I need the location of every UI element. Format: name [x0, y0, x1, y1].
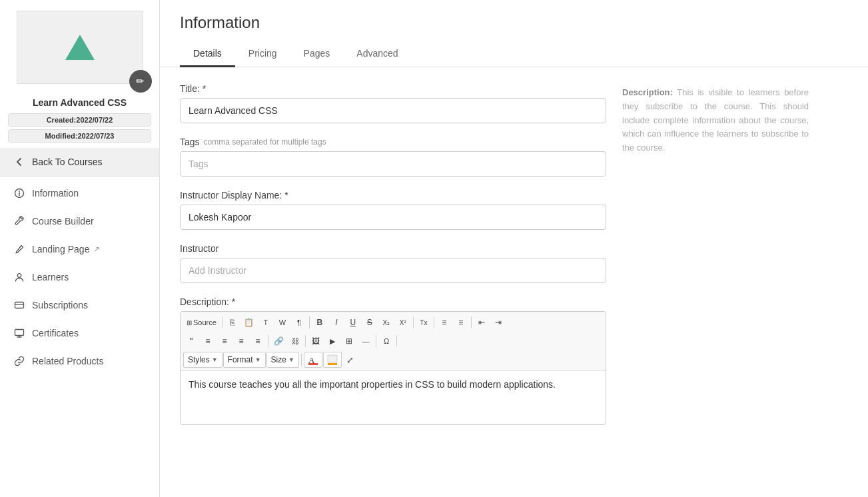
- modified-badge: Modified:2022/07/23: [8, 129, 151, 143]
- title-input[interactable]: [180, 98, 606, 123]
- person-icon: [13, 271, 25, 283]
- size-dropdown[interactable]: Size ▼: [266, 352, 299, 368]
- align-center-button[interactable]: ≡: [217, 333, 232, 349]
- sidebar-item-information[interactable]: Information: [0, 179, 159, 207]
- sidebar: ✏ Learn Advanced CSS Created:2022/07/22 …: [0, 0, 160, 497]
- back-label: Back To Courses: [32, 157, 103, 167]
- form-panel: Title: * Tags comma separated for multip…: [180, 83, 606, 481]
- toolbar-sep: [471, 316, 472, 328]
- svg-point-3: [17, 274, 21, 278]
- format-dropdown[interactable]: Format ▼: [223, 352, 266, 368]
- sidebar-item-course-builder[interactable]: Course Builder: [0, 207, 159, 235]
- sidebar-item-learners[interactable]: Learners: [0, 263, 159, 291]
- main-content: Information Details Pricing Pages Advanc…: [160, 0, 868, 497]
- paste-button[interactable]: 📋: [241, 314, 257, 330]
- thumbnail-triangle: [65, 35, 95, 60]
- tab-pages[interactable]: Pages: [290, 41, 344, 67]
- text-color-button[interactable]: A: [304, 352, 322, 368]
- toolbar-sep: [301, 354, 302, 366]
- format-caret: ▼: [255, 356, 261, 363]
- right-panel: Description: This is visible to learners…: [622, 83, 809, 481]
- superscript-button[interactable]: X²: [395, 314, 411, 330]
- styles-dropdown[interactable]: Styles ▼: [183, 352, 222, 368]
- tags-input[interactable]: [180, 151, 606, 177]
- sidebar-item-subscriptions[interactable]: Subscriptions: [0, 291, 159, 319]
- editor-toolbar: ⊞ Source ⎘ 📋 T W ¶ B I U: [181, 312, 606, 371]
- outdent-button[interactable]: ⇤: [474, 314, 490, 330]
- toolbar-sep: [396, 335, 397, 347]
- tab-advanced[interactable]: Advanced: [343, 41, 411, 67]
- strikethrough-button[interactable]: S: [362, 314, 378, 330]
- align-left-button[interactable]: ≡: [200, 333, 216, 349]
- toolbar-sep: [434, 316, 434, 328]
- description-label: Description: *: [180, 296, 606, 307]
- monitor-icon: [13, 327, 25, 339]
- sidebar-item-label: Landing Page: [32, 244, 89, 254]
- sidebar-item-label: Course Builder: [32, 216, 94, 227]
- table-button[interactable]: ⊞: [341, 333, 357, 349]
- description-hint: Description: This is visible to learners…: [622, 86, 809, 155]
- svg-rect-6: [15, 330, 24, 336]
- copy-button[interactable]: ⎘: [224, 314, 240, 330]
- align-justify-button[interactable]: ≡: [250, 333, 266, 349]
- size-caret: ▼: [288, 356, 294, 363]
- sidebar-course-title: Learn Advanced CSS: [25, 97, 135, 108]
- sidebar-nav: Back To Courses Information Course Build…: [0, 148, 159, 375]
- ordered-list-button[interactable]: ≡: [436, 314, 452, 330]
- card-icon: [13, 299, 25, 311]
- paste-text-button[interactable]: T: [258, 314, 274, 330]
- tags-hint: comma separated for multiple tags: [204, 137, 326, 147]
- sidebar-item-related-products[interactable]: Related Products: [0, 347, 159, 375]
- remove-format-button[interactable]: Tx: [416, 314, 432, 330]
- align-right-button[interactable]: ≡: [233, 333, 249, 349]
- toolbar-sep: [268, 335, 268, 347]
- external-link-icon: ↗: [93, 245, 100, 254]
- tab-pricing[interactable]: Pricing: [235, 41, 290, 67]
- sidebar-item-label: Subscriptions: [32, 300, 88, 310]
- bold-button[interactable]: B: [312, 314, 328, 330]
- italic-button[interactable]: I: [328, 314, 344, 330]
- svg-rect-11: [328, 355, 337, 362]
- special-char-button[interactable]: Ω: [378, 333, 394, 349]
- instructor-name-input[interactable]: [180, 205, 606, 230]
- toolbar-sep: [413, 316, 414, 328]
- unlink-button[interactable]: ⛓: [287, 333, 303, 349]
- toolbar-row-1: ⊞ Source ⎘ 📋 T W ¶ B I U: [183, 314, 603, 333]
- sidebar-item-landing-page[interactable]: Landing Page ↗: [0, 235, 159, 263]
- svg-point-2: [19, 191, 20, 192]
- sidebar-item-certificates[interactable]: Certificates: [0, 319, 159, 347]
- description-editor: ⊞ Source ⎘ 📋 T W ¶ B I U: [180, 311, 606, 425]
- toolbar-sep: [305, 335, 306, 347]
- bg-color-button[interactable]: [323, 352, 342, 368]
- unordered-list-button[interactable]: ≡: [453, 314, 469, 330]
- indent-button[interactable]: ⇥: [490, 314, 506, 330]
- sidebar-item-label: Information: [32, 188, 79, 199]
- created-badge: Created:2022/07/22: [8, 113, 151, 127]
- sidebar-item-label: Related Products: [32, 356, 103, 366]
- course-thumbnail: ✏: [17, 11, 143, 84]
- maximize-button[interactable]: ⤢: [342, 352, 358, 368]
- back-to-courses-button[interactable]: Back To Courses: [0, 148, 159, 177]
- instructor-input[interactable]: [180, 258, 606, 283]
- description-field-group: Description: * ⊞ Source ⎘ 📋 T: [180, 296, 606, 425]
- paste-word-button[interactable]: W: [274, 314, 290, 330]
- toolbar-row-3: Styles ▼ Format ▼ Size ▼: [183, 352, 603, 370]
- image-button[interactable]: 🖼: [308, 333, 324, 349]
- svg-rect-10: [308, 363, 318, 365]
- description-editor-body[interactable]: This course teaches you all the importan…: [181, 371, 606, 424]
- link-button[interactable]: 🔗: [270, 333, 286, 349]
- tabs: Details Pricing Pages Advanced: [180, 41, 848, 67]
- course-meta: Created:2022/07/22 Modified:2022/07/23: [0, 113, 159, 143]
- info-icon: [13, 187, 25, 199]
- hr-button[interactable]: —: [358, 333, 374, 349]
- blockquote-button[interactable]: ": [183, 333, 199, 349]
- subscript-button[interactable]: X₂: [378, 314, 394, 330]
- tab-details[interactable]: Details: [180, 41, 235, 67]
- video-button[interactable]: ▶: [324, 333, 340, 349]
- underline-button[interactable]: U: [345, 314, 361, 330]
- edit-thumbnail-button[interactable]: ✏: [129, 70, 152, 93]
- page-title: Information: [180, 13, 848, 32]
- instructor-label: Instructor: [180, 243, 606, 254]
- source-button[interactable]: ⊞ Source: [183, 314, 220, 330]
- blockquote-toolbar[interactable]: ¶: [291, 314, 307, 330]
